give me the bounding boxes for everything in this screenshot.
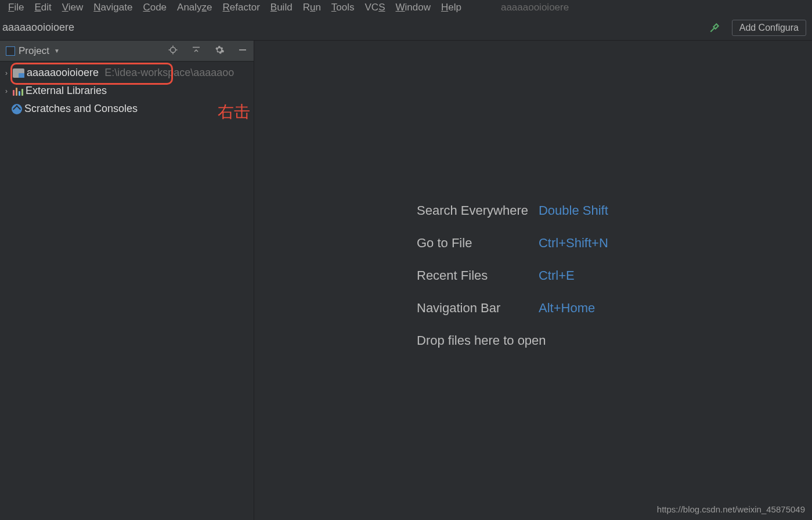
locate-icon[interactable]	[168, 45, 178, 57]
menu-view[interactable]: View	[62, 2, 84, 13]
chevron-right-icon[interactable]: ›	[2, 87, 10, 95]
add-configuration-button[interactable]: Add Configura	[732, 20, 806, 36]
menu-vcs[interactable]: VCS	[365, 2, 385, 13]
annotation-text: 右击	[218, 101, 250, 123]
tree-project-name: aaaaaooioioere	[27, 67, 99, 79]
welcome-shortcuts: Search Everywhere Double Shift Go to Fil…	[417, 203, 608, 348]
project-view-selector[interactable]: Project ▼	[6, 45, 60, 57]
menu-file[interactable]: File	[8, 2, 24, 13]
menu-edit[interactable]: Edit	[34, 2, 51, 13]
breadcrumb[interactable]: aaaaaooioioere	[2, 21, 74, 34]
project-icon	[6, 46, 15, 56]
hint-goto-file-label: Go to File	[417, 236, 528, 251]
tree-ext-lib-label: External Libraries	[26, 85, 107, 97]
tree-external-libraries[interactable]: › External Libraries	[0, 82, 254, 100]
project-tree: › aaaaaooioioere E:\idea-workspace\aaaaa…	[0, 62, 254, 520]
menu-run[interactable]: Run	[303, 2, 321, 13]
menu-build[interactable]: Build	[270, 2, 293, 13]
gear-icon[interactable]	[214, 45, 225, 57]
hint-recent-files-label: Recent Files	[417, 268, 528, 283]
menubar-project-name: aaaaaooioioere	[501, 2, 569, 13]
hint-nav-bar-shortcut: Alt+Home	[539, 301, 608, 316]
hint-search-everywhere-shortcut: Double Shift	[539, 203, 608, 218]
menu-navigate[interactable]: Navigate	[93, 2, 132, 13]
navbar: aaaaaooioioere Add Configura	[0, 15, 812, 41]
collapse-all-icon[interactable]	[191, 45, 201, 57]
folder-icon	[13, 68, 24, 78]
menu-help[interactable]: Help	[441, 2, 461, 13]
svg-point-0	[171, 48, 176, 53]
editor-empty-state: Search Everywhere Double Shift Go to Fil…	[254, 41, 812, 520]
tree-project-path: E:\idea-workspace\aaaaaoo	[104, 67, 234, 79]
chevron-down-icon: ▼	[54, 48, 60, 54]
menubar: File Edit View Navigate Code Analyze Ref…	[0, 0, 812, 15]
build-icon[interactable]	[709, 22, 720, 34]
hint-nav-bar-label: Navigation Bar	[417, 301, 528, 316]
project-panel-header: Project ▼	[0, 41, 254, 62]
menu-refactor[interactable]: Refactor	[223, 2, 260, 13]
hide-icon[interactable]	[237, 45, 248, 57]
menu-code[interactable]: Code	[143, 2, 167, 13]
drop-files-hint: Drop files here to open	[417, 333, 608, 348]
tree-scratches-label: Scratches and Consoles	[24, 103, 138, 115]
tree-scratches[interactable]: Scratches and Consoles	[0, 100, 254, 118]
menu-tools[interactable]: Tools	[331, 2, 355, 13]
chevron-right-icon[interactable]: ›	[2, 69, 10, 77]
tree-project-root[interactable]: › aaaaaooioioere E:\idea-workspace\aaaaa…	[0, 64, 254, 82]
library-icon	[13, 86, 23, 96]
hint-recent-files-shortcut: Ctrl+E	[539, 268, 608, 283]
hint-goto-file-shortcut: Ctrl+Shift+N	[539, 236, 608, 251]
project-panel-title: Project	[19, 45, 49, 57]
watermark-text: https://blog.csdn.net/weixin_45875049	[657, 504, 805, 514]
scratches-icon	[12, 104, 22, 114]
menu-window[interactable]: Window	[396, 2, 431, 13]
project-sidebar: Project ▼ › a	[0, 41, 254, 520]
menu-analyze[interactable]: Analyze	[177, 2, 212, 13]
hint-search-everywhere-label: Search Everywhere	[417, 203, 528, 218]
